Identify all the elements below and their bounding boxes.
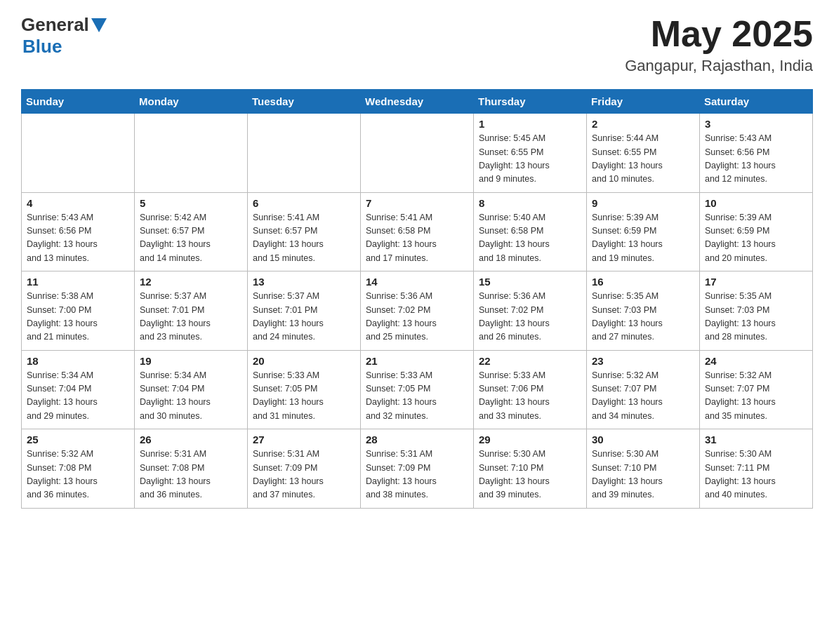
day-number: 10 xyxy=(705,197,807,209)
calendar-title: May 2025 xyxy=(625,14,813,54)
day-info: Sunrise: 5:44 AM Sunset: 6:55 PM Dayligh… xyxy=(592,132,694,187)
calendar-empty-cell xyxy=(22,114,135,193)
day-info: Sunrise: 5:32 AM Sunset: 7:08 PM Dayligh… xyxy=(27,448,129,502)
day-number: 27 xyxy=(253,434,355,445)
day-number: 25 xyxy=(27,434,129,445)
day-info: Sunrise: 5:38 AM Sunset: 7:00 PM Dayligh… xyxy=(27,290,129,344)
day-number: 20 xyxy=(253,355,355,367)
day-number: 2 xyxy=(592,118,694,130)
day-info: Sunrise: 5:31 AM Sunset: 7:08 PM Dayligh… xyxy=(140,448,242,502)
calendar-day-cell: 9Sunrise: 5:39 AM Sunset: 6:59 PM Daylig… xyxy=(587,192,700,271)
day-number: 24 xyxy=(705,355,807,367)
day-number: 31 xyxy=(705,434,807,445)
day-info: Sunrise: 5:40 AM Sunset: 6:58 PM Dayligh… xyxy=(479,211,581,266)
day-info: Sunrise: 5:37 AM Sunset: 7:01 PM Dayligh… xyxy=(140,290,242,344)
weekday-header-saturday: Saturday xyxy=(700,90,813,114)
calendar-week-row: 25Sunrise: 5:32 AM Sunset: 7:08 PM Dayli… xyxy=(22,429,813,509)
day-info: Sunrise: 5:36 AM Sunset: 7:02 PM Dayligh… xyxy=(366,290,468,344)
calendar-day-cell: 20Sunrise: 5:33 AM Sunset: 7:05 PM Dayli… xyxy=(248,350,361,429)
weekday-header-monday: Monday xyxy=(135,90,248,114)
day-info: Sunrise: 5:43 AM Sunset: 6:56 PM Dayligh… xyxy=(27,211,129,266)
calendar-day-cell: 6Sunrise: 5:41 AM Sunset: 6:57 PM Daylig… xyxy=(248,192,361,271)
weekday-header-thursday: Thursday xyxy=(474,90,587,114)
calendar-week-row: 1Sunrise: 5:45 AM Sunset: 6:55 PM Daylig… xyxy=(22,114,813,193)
calendar-day-cell: 8Sunrise: 5:40 AM Sunset: 6:58 PM Daylig… xyxy=(474,192,587,271)
page-header: General Blue May 2025 Gangapur, Rajastha… xyxy=(21,14,813,75)
calendar-table: SundayMondayTuesdayWednesdayThursdayFrid… xyxy=(21,89,813,509)
calendar-day-cell: 23Sunrise: 5:32 AM Sunset: 7:07 PM Dayli… xyxy=(587,350,700,429)
day-info: Sunrise: 5:42 AM Sunset: 6:57 PM Dayligh… xyxy=(140,211,242,266)
day-info: Sunrise: 5:43 AM Sunset: 6:56 PM Dayligh… xyxy=(705,132,807,187)
day-number: 3 xyxy=(705,118,807,130)
calendar-day-cell: 1Sunrise: 5:45 AM Sunset: 6:55 PM Daylig… xyxy=(474,114,587,193)
title-block: May 2025 Gangapur, Rajasthan, India xyxy=(625,14,813,75)
day-info: Sunrise: 5:31 AM Sunset: 7:09 PM Dayligh… xyxy=(253,448,355,502)
calendar-day-cell: 21Sunrise: 5:33 AM Sunset: 7:05 PM Dayli… xyxy=(361,350,474,429)
calendar-day-cell: 28Sunrise: 5:31 AM Sunset: 7:09 PM Dayli… xyxy=(361,429,474,509)
calendar-day-cell: 26Sunrise: 5:31 AM Sunset: 7:08 PM Dayli… xyxy=(135,429,248,509)
day-number: 15 xyxy=(479,276,581,288)
day-info: Sunrise: 5:45 AM Sunset: 6:55 PM Dayligh… xyxy=(479,132,581,187)
day-info: Sunrise: 5:37 AM Sunset: 7:01 PM Dayligh… xyxy=(253,290,355,344)
weekday-header-sunday: Sunday xyxy=(22,90,135,114)
calendar-day-cell: 2Sunrise: 5:44 AM Sunset: 6:55 PM Daylig… xyxy=(587,114,700,193)
day-number: 8 xyxy=(479,197,581,209)
day-info: Sunrise: 5:41 AM Sunset: 6:58 PM Dayligh… xyxy=(366,211,468,266)
calendar-location: Gangapur, Rajasthan, India xyxy=(625,57,813,75)
day-info: Sunrise: 5:39 AM Sunset: 6:59 PM Dayligh… xyxy=(705,211,807,266)
calendar-empty-cell xyxy=(135,114,248,193)
day-number: 6 xyxy=(253,197,355,209)
logo-general-text: General xyxy=(21,14,89,36)
weekday-header-wednesday: Wednesday xyxy=(361,90,474,114)
day-info: Sunrise: 5:41 AM Sunset: 6:57 PM Dayligh… xyxy=(253,211,355,266)
logo-triangle-icon xyxy=(91,18,107,34)
day-info: Sunrise: 5:33 AM Sunset: 7:05 PM Dayligh… xyxy=(253,369,355,424)
day-number: 26 xyxy=(140,434,242,445)
day-info: Sunrise: 5:31 AM Sunset: 7:09 PM Dayligh… xyxy=(366,448,468,502)
calendar-day-cell: 15Sunrise: 5:36 AM Sunset: 7:02 PM Dayli… xyxy=(474,271,587,351)
calendar-day-cell: 19Sunrise: 5:34 AM Sunset: 7:04 PM Dayli… xyxy=(135,350,248,429)
calendar-day-cell: 16Sunrise: 5:35 AM Sunset: 7:03 PM Dayli… xyxy=(587,271,700,351)
calendar-week-row: 11Sunrise: 5:38 AM Sunset: 7:00 PM Dayli… xyxy=(22,271,813,351)
day-number: 12 xyxy=(140,276,242,288)
logo: General Blue xyxy=(21,14,107,58)
day-number: 1 xyxy=(479,118,581,130)
calendar-day-cell: 10Sunrise: 5:39 AM Sunset: 6:59 PM Dayli… xyxy=(700,192,813,271)
calendar-empty-cell xyxy=(361,114,474,193)
calendar-day-cell: 14Sunrise: 5:36 AM Sunset: 7:02 PM Dayli… xyxy=(361,271,474,351)
day-info: Sunrise: 5:32 AM Sunset: 7:07 PM Dayligh… xyxy=(705,369,807,424)
day-number: 11 xyxy=(27,276,129,288)
weekday-header-tuesday: Tuesday xyxy=(248,90,361,114)
svg-marker-0 xyxy=(91,18,107,32)
calendar-week-row: 18Sunrise: 5:34 AM Sunset: 7:04 PM Dayli… xyxy=(22,350,813,429)
calendar-empty-cell xyxy=(248,114,361,193)
calendar-day-cell: 30Sunrise: 5:30 AM Sunset: 7:10 PM Dayli… xyxy=(587,429,700,509)
day-info: Sunrise: 5:30 AM Sunset: 7:11 PM Dayligh… xyxy=(705,448,807,502)
day-info: Sunrise: 5:39 AM Sunset: 6:59 PM Dayligh… xyxy=(592,211,694,266)
day-number: 14 xyxy=(366,276,468,288)
day-number: 16 xyxy=(592,276,694,288)
calendar-week-row: 4Sunrise: 5:43 AM Sunset: 6:56 PM Daylig… xyxy=(22,192,813,271)
calendar-day-cell: 4Sunrise: 5:43 AM Sunset: 6:56 PM Daylig… xyxy=(22,192,135,271)
calendar-day-cell: 31Sunrise: 5:30 AM Sunset: 7:11 PM Dayli… xyxy=(700,429,813,509)
day-number: 7 xyxy=(366,197,468,209)
calendar-day-cell: 12Sunrise: 5:37 AM Sunset: 7:01 PM Dayli… xyxy=(135,271,248,351)
day-info: Sunrise: 5:33 AM Sunset: 7:06 PM Dayligh… xyxy=(479,369,581,424)
calendar-day-cell: 27Sunrise: 5:31 AM Sunset: 7:09 PM Dayli… xyxy=(248,429,361,509)
calendar-day-cell: 18Sunrise: 5:34 AM Sunset: 7:04 PM Dayli… xyxy=(22,350,135,429)
weekday-header-friday: Friday xyxy=(587,90,700,114)
day-info: Sunrise: 5:35 AM Sunset: 7:03 PM Dayligh… xyxy=(592,290,694,344)
day-number: 29 xyxy=(479,434,581,445)
calendar-day-cell: 25Sunrise: 5:32 AM Sunset: 7:08 PM Dayli… xyxy=(22,429,135,509)
day-number: 22 xyxy=(479,355,581,367)
calendar-day-cell: 7Sunrise: 5:41 AM Sunset: 6:58 PM Daylig… xyxy=(361,192,474,271)
day-info: Sunrise: 5:30 AM Sunset: 7:10 PM Dayligh… xyxy=(479,448,581,502)
day-info: Sunrise: 5:33 AM Sunset: 7:05 PM Dayligh… xyxy=(366,369,468,424)
day-number: 5 xyxy=(140,197,242,209)
logo-blue-text: Blue xyxy=(22,36,62,58)
day-number: 9 xyxy=(592,197,694,209)
day-number: 28 xyxy=(366,434,468,445)
day-number: 4 xyxy=(27,197,129,209)
day-number: 30 xyxy=(592,434,694,445)
day-number: 17 xyxy=(705,276,807,288)
